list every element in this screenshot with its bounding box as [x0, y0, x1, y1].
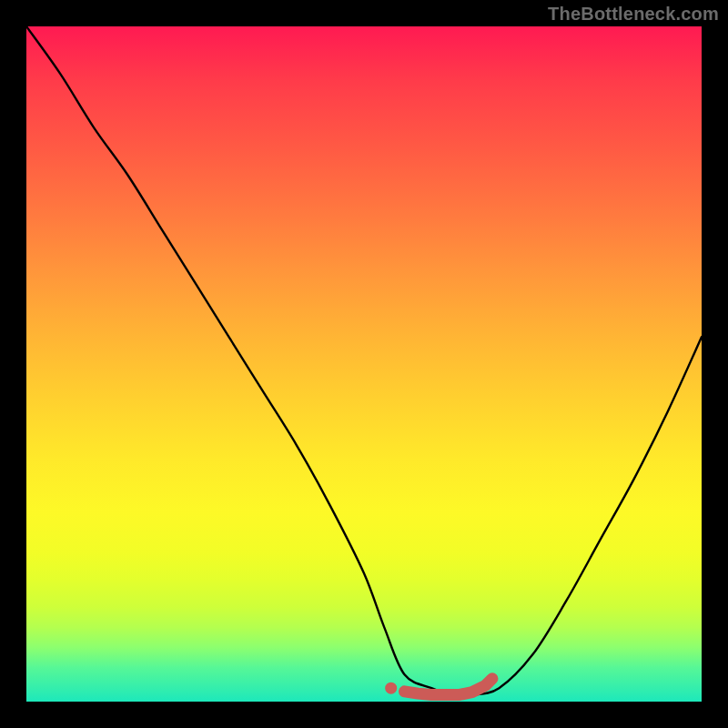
bottleneck-curve: [26, 26, 702, 696]
watermark-text: TheBottleneck.com: [548, 4, 719, 25]
chart-stage: TheBottleneck.com: [0, 0, 728, 728]
curve-layer: [26, 26, 702, 702]
highlight-segment: [405, 679, 492, 695]
highlight-dot: [385, 682, 397, 694]
